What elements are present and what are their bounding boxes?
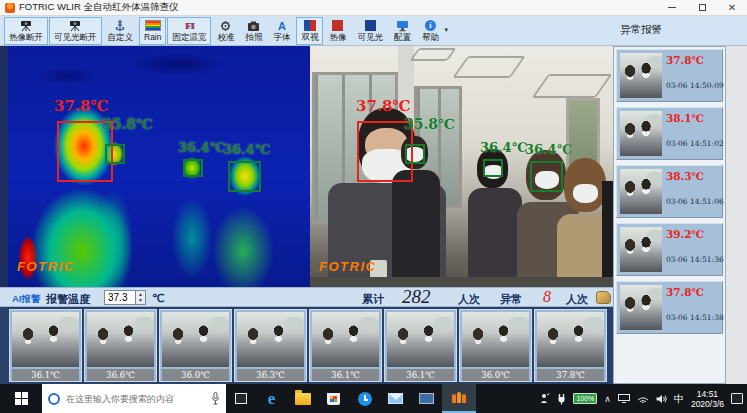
capture-temp: 36.1℃ — [12, 369, 79, 381]
action-center-icon[interactable] — [731, 393, 743, 404]
alarm-photo — [620, 227, 662, 272]
tray-date: 2020/3/6 — [691, 399, 724, 409]
display-tray-icon[interactable] — [618, 394, 630, 403]
rainbow-palette-icon — [145, 19, 161, 32]
font-button[interactable]: A 字体 — [268, 17, 295, 45]
hidden-icons-caret[interactable]: ∧ — [604, 394, 611, 404]
edge-taskbar-button[interactable]: e — [256, 384, 287, 413]
app-icon — [5, 3, 15, 13]
toolbar-label: 配置 — [394, 32, 411, 42]
visible-view-button[interactable]: 可见光 — [352, 17, 388, 45]
task-view-icon — [235, 393, 247, 404]
abnormal-count: 8 — [543, 288, 551, 306]
system-tray: 100% ∧ 中 14:51 2020/3/6 — [540, 389, 747, 409]
dual-view-button[interactable]: 双视 — [296, 17, 323, 45]
face-mask — [573, 184, 598, 203]
close-button[interactable]: ✕ — [717, 0, 747, 15]
capture-temp: 36.0℃ — [162, 369, 229, 381]
font-icon: A — [278, 19, 286, 32]
thermal-view-icon — [332, 19, 343, 32]
help-button[interactable]: i 帮助 — [417, 17, 444, 45]
fixed-span-button[interactable]: FI 固定温宽 — [167, 17, 211, 45]
roi-temp-label: 36.4℃ — [178, 140, 225, 155]
alarm-entry[interactable]: 37.8℃ 03-06 14:50:09 — [616, 49, 723, 102]
snapshot-button[interactable]: 拍照 — [240, 17, 267, 45]
toolbar-label: 帮助 — [422, 32, 439, 42]
maximize-button[interactable] — [687, 0, 717, 15]
capture-photo — [312, 312, 379, 367]
alarm-entry[interactable]: 38.1℃ 03-06 14:51:02 — [616, 107, 723, 160]
folder-icon — [295, 393, 311, 405]
floor — [310, 277, 613, 287]
capture-item[interactable]: 37.8℃ — [534, 309, 607, 382]
microphone-icon[interactable] — [211, 392, 220, 405]
ime-indicator[interactable]: 中 — [674, 392, 684, 406]
config-button[interactable]: 配置 — [389, 17, 416, 45]
roi-temp-label: 37.8℃ — [356, 97, 411, 115]
speaker-icon[interactable] — [656, 394, 667, 404]
alarm-temp-spinner[interactable]: ▲ ▼ — [104, 290, 146, 305]
visible-video-feed: 37.8℃ 35.8℃ 36.4℃ 36.4℃ FOTRIC — [310, 46, 613, 287]
mail-button[interactable] — [380, 384, 411, 413]
capture-item[interactable]: 36.0℃ — [459, 309, 532, 382]
minimize-button[interactable] — [657, 0, 687, 15]
alarm-entry[interactable]: 37.8℃ 03-06 14:51:38 — [616, 281, 723, 334]
status-bar: AI报警 报警温度 ▲ ▼ ℃ 累计 282 人次 异常 8 人次 — [0, 287, 613, 307]
search-input[interactable] — [66, 394, 211, 404]
alarm-time: 03-06 14:51:36 — [666, 255, 724, 264]
minimize-icon — [668, 7, 676, 8]
capture-temp: 36.0℃ — [462, 369, 529, 381]
thermal-disconnect-button[interactable]: 热像断开 — [4, 17, 48, 45]
store-button[interactable] — [318, 384, 349, 413]
calibrate-button[interactable]: 校准 — [212, 17, 239, 45]
edge-icon: e — [268, 389, 276, 409]
capture-item[interactable]: 36.6℃ — [84, 309, 157, 382]
battery-indicator[interactable]: 100% — [573, 393, 597, 404]
rain-palette-button[interactable]: Rain — [139, 17, 166, 45]
total-label: 累计 — [362, 292, 384, 307]
alarm-temp-input[interactable] — [104, 290, 136, 305]
remote-desktop-button[interactable] — [411, 384, 442, 413]
close-icon: ✕ — [728, 3, 736, 13]
alarm-entry[interactable]: 38.3℃ 03-06 14:51:06 — [616, 165, 723, 218]
alarms-clock-button[interactable] — [349, 384, 380, 413]
custom-palette-button[interactable]: 自定义 — [103, 17, 139, 45]
fotric-people-icon — [452, 392, 466, 403]
clear-counter-icon[interactable] — [596, 291, 611, 304]
people-tray-icon[interactable] — [540, 393, 550, 404]
monitor-icon — [396, 19, 409, 32]
tripod-stand — [602, 181, 613, 287]
alarm-temp: 37.8℃ — [666, 286, 719, 298]
roi-box — [183, 159, 203, 177]
alarm-time: 03-06 14:50:09 — [666, 81, 724, 90]
spinner-down-button[interactable]: ▼ — [136, 298, 145, 305]
info-icon: i — [425, 19, 436, 32]
toolbar-label: 热像断开 — [9, 32, 43, 42]
capture-photo — [87, 312, 154, 367]
visible-disconnect-button[interactable]: 可见光断开 — [49, 17, 102, 45]
taskbar-clock[interactable]: 14:51 2020/3/6 — [691, 389, 724, 409]
power-plug-icon[interactable] — [557, 393, 566, 405]
capture-item[interactable]: 36.1℃ — [309, 309, 382, 382]
start-button[interactable] — [0, 384, 42, 413]
fotric-app-button[interactable] — [442, 384, 476, 413]
capture-temp: 36.6℃ — [87, 369, 154, 381]
capture-item[interactable]: 36.0℃ — [159, 309, 232, 382]
network-signal-icon[interactable] — [637, 394, 649, 403]
taskbar-search[interactable] — [42, 384, 226, 413]
file-explorer-button[interactable] — [287, 384, 318, 413]
alarm-photo — [620, 285, 662, 330]
alarm-time: 03-06 14:51:38 — [666, 313, 724, 322]
capture-item[interactable]: 36.1℃ — [384, 309, 457, 382]
capture-item[interactable]: 36.1℃ — [9, 309, 82, 382]
alarm-entry[interactable]: 39.2℃ 03-06 14:51:36 — [616, 223, 723, 276]
alarm-temp: 37.8℃ — [666, 54, 719, 66]
roi-box — [530, 161, 563, 192]
abnormal-alarm-panel: 37.8℃ 03-06 14:50:09 38.1℃ 03-06 14:51:0… — [613, 46, 726, 384]
toolbar-label: 字体 — [273, 32, 290, 42]
capture-item[interactable]: 36.3℃ — [234, 309, 307, 382]
task-view-button[interactable] — [226, 384, 256, 413]
toolbar-label: 校准 — [217, 32, 234, 42]
roi-box — [483, 159, 503, 177]
thermal-view-button[interactable]: 热像 — [324, 17, 351, 45]
